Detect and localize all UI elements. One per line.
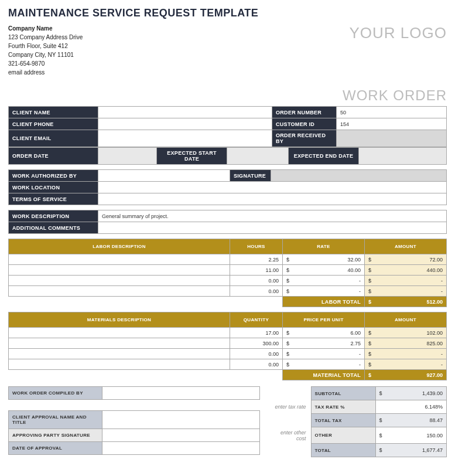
approval-block: WORK ORDER COMPILED BY CLIENT APPROVAL N… (8, 386, 260, 455)
label-order-date: ORDER DATE (9, 148, 98, 165)
company-name: Company Name (8, 24, 83, 33)
approval-grid: CLIENT APPROVAL NAME AND TITLE APPROVING… (8, 410, 260, 455)
material-amount: $- (365, 359, 447, 370)
label-work-auth: WORK AUTHORIZED BY (9, 170, 98, 182)
field-order-received-by[interactable] (337, 130, 447, 147)
client-order-grid: CLIENT NAME ORDER NUMBER 50 CLIENT PHONE… (8, 106, 447, 147)
labor-total-value: $512.00 (365, 297, 447, 307)
label-date-approval: DATE OF APPROVAL (9, 442, 102, 455)
materials-header-desc: MATERIALS DESCRIPTION (9, 312, 230, 328)
label-add-comments: ADDITIONAL COMMENTS (9, 222, 98, 234)
materials-table: MATERIALS DESCRIPTION QUANTITY PRICE PER… (8, 312, 447, 380)
hint-enter-tax: enter tax rate (267, 400, 311, 414)
material-amount: $825.00 (365, 338, 447, 349)
labor-desc-cell[interactable] (9, 254, 230, 265)
materials-header-amount: AMOUNT (365, 312, 447, 328)
labor-header-hours: HOURS (230, 239, 283, 254)
compiled-by-grid: WORK ORDER COMPILED BY (8, 386, 260, 400)
labor-desc-cell[interactable] (9, 276, 230, 286)
field-customer-id[interactable]: 154 (337, 118, 447, 130)
page-title: MAINTENANCE SERVICE REQUEST TEMPLATE (8, 7, 447, 19)
company-city: Company City, NY 11101 (8, 50, 83, 59)
material-price[interactable]: $- (283, 349, 365, 359)
material-desc-cell[interactable] (9, 349, 230, 359)
labor-hours[interactable]: 2.25 (230, 254, 283, 265)
labor-header-amount: AMOUNT (365, 239, 447, 254)
field-client-approval[interactable] (102, 411, 260, 429)
field-client-phone[interactable] (98, 118, 272, 130)
field-work-desc[interactable]: General summary of project. (98, 210, 447, 222)
label-signature: SIGNATURE (230, 170, 271, 182)
material-desc-cell[interactable] (9, 328, 230, 338)
field-compiled-by[interactable] (102, 387, 260, 400)
label-total: TOTAL (311, 444, 375, 457)
company-email: email address (8, 68, 83, 77)
field-work-location[interactable] (98, 182, 447, 193)
labor-amount: $- (365, 286, 447, 297)
material-qty[interactable]: 0.00 (230, 349, 283, 359)
value-other[interactable]: $150.00 (375, 427, 447, 444)
labor-rate[interactable]: $40.00 (283, 265, 365, 276)
label-other: OTHER (311, 427, 375, 444)
labor-rate[interactable]: $- (283, 276, 365, 286)
labor-header-rate: RATE (283, 239, 365, 254)
label-tax-rate: TAX RATE % (311, 400, 375, 414)
value-subtotal: $1,439.00 (375, 387, 447, 400)
material-desc-cell[interactable] (9, 359, 230, 370)
label-client-email: CLIENT EMAIL (9, 130, 98, 147)
material-amount: $- (365, 349, 447, 359)
labor-rate[interactable]: $32.00 (283, 254, 365, 265)
material-qty[interactable]: 300.00 (230, 338, 283, 349)
label-client-name: CLIENT NAME (9, 107, 98, 118)
field-expected-start[interactable] (227, 148, 289, 165)
labor-hours[interactable]: 0.00 (230, 276, 283, 286)
field-client-name[interactable] (98, 107, 272, 118)
labor-rate[interactable]: $- (283, 286, 365, 297)
labor-hours[interactable]: 0.00 (230, 286, 283, 297)
summary-table: SUBTOTAL $1,439.00 enter tax rate TAX RA… (267, 386, 447, 457)
labor-header-desc: LABOR DESCRIPTION (9, 239, 230, 254)
field-terms[interactable] (98, 193, 447, 205)
labor-amount: $- (365, 276, 447, 286)
company-addr2: Fourth Floor, Suite 412 (8, 42, 83, 50)
labor-hours[interactable]: 11.00 (230, 265, 283, 276)
bottom-region: WORK ORDER COMPILED BY CLIENT APPROVAL N… (8, 386, 447, 457)
material-price[interactable]: $2.75 (283, 338, 365, 349)
value-total-tax: $88.47 (375, 414, 447, 427)
hint-enter-other: enter other cost (267, 427, 311, 444)
header-row: Company Name 123 Company Address Drive F… (8, 24, 447, 77)
material-desc-cell[interactable] (9, 338, 230, 349)
label-work-location: WORK LOCATION (9, 182, 98, 193)
field-add-comments[interactable] (98, 222, 447, 234)
work-order-heading: WORK ORDER (8, 87, 447, 104)
label-total-tax: TOTAL TAX (311, 414, 375, 427)
field-order-number[interactable]: 50 (337, 107, 447, 118)
label-terms: TERMS OF SERVICE (9, 193, 98, 205)
field-order-date[interactable] (98, 148, 157, 165)
material-price[interactable]: $6.00 (283, 328, 365, 338)
description-grid: WORK DESCRIPTION General summary of proj… (8, 210, 447, 234)
field-date-approval[interactable] (102, 442, 260, 455)
company-addr1: 123 Company Address Drive (8, 33, 83, 42)
field-signature[interactable] (271, 170, 447, 182)
value-total: $1,677.47 (375, 444, 447, 457)
field-approving-sig[interactable] (102, 429, 260, 442)
label-client-phone: CLIENT PHONE (9, 118, 98, 130)
labor-total-label: LABOR TOTAL (283, 297, 365, 307)
field-client-email[interactable] (98, 130, 272, 147)
company-phone: 321-654-9870 (8, 59, 83, 68)
material-price[interactable]: $- (283, 359, 365, 370)
material-qty[interactable]: 0.00 (230, 359, 283, 370)
labor-desc-cell[interactable] (9, 286, 230, 297)
field-expected-end[interactable] (359, 148, 447, 165)
materials-header-ppu: PRICE PER UNIT (283, 312, 365, 328)
material-total-value: $927.00 (365, 370, 447, 380)
label-order-received-by: ORDER RECEIVED BY (272, 130, 337, 147)
value-tax-rate[interactable]: 6.148% (375, 400, 447, 414)
material-total-label: MATERIAL TOTAL (283, 370, 365, 380)
label-client-approval: CLIENT APPROVAL NAME AND TITLE (9, 411, 102, 429)
material-qty[interactable]: 17.00 (230, 328, 283, 338)
summary-block: SUBTOTAL $1,439.00 enter tax rate TAX RA… (267, 386, 447, 457)
field-work-auth[interactable] (98, 170, 230, 182)
labor-desc-cell[interactable] (9, 265, 230, 276)
